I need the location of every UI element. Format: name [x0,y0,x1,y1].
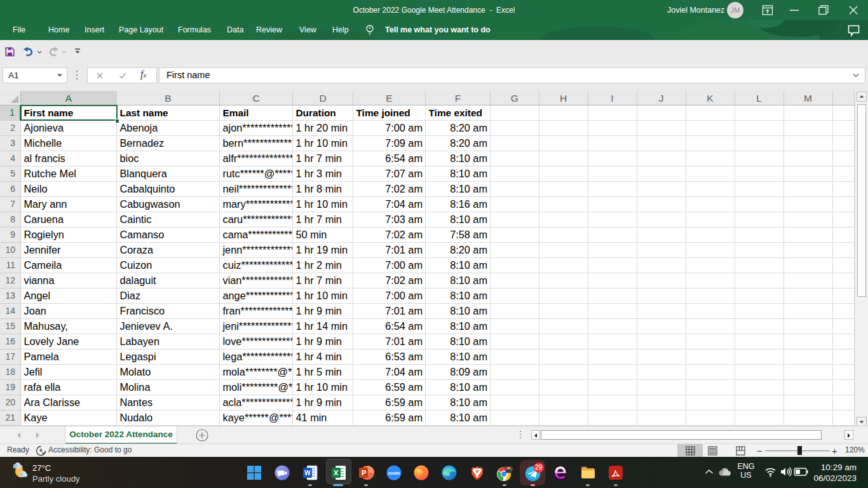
svg-text:zoom: zoom [388,471,400,475]
